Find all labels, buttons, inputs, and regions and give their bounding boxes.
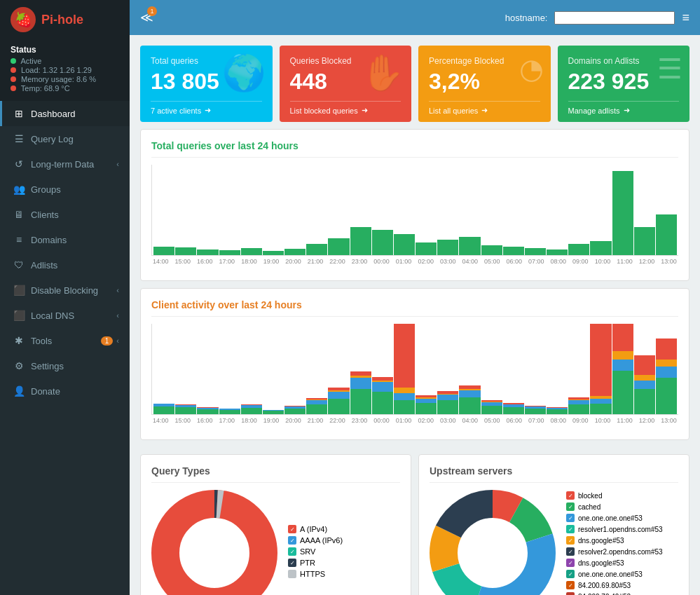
x-label-total-20: 10:00: [595, 258, 611, 265]
bar-total-5: [263, 251, 284, 255]
load-dot: [11, 67, 16, 73]
sidebar-item-local-dns[interactable]: ⬛ Local DNS ‹: [0, 303, 130, 328]
bar-total-12: [416, 242, 437, 255]
bar-group-client-19: [568, 324, 589, 414]
x-label-total-16: 06:00: [507, 258, 523, 265]
bar-group-client-1: [175, 324, 196, 414]
bar-total-9: [350, 227, 371, 255]
active-dot: [11, 58, 16, 64]
x-label-client-18: 08:00: [551, 417, 567, 424]
x-label-client-1: 15:00: [175, 417, 191, 424]
legend-item-one-one: ✓ one.one.one.one#53: [566, 514, 663, 522]
percentage-blocked-footer[interactable]: List all queries ➜: [429, 101, 540, 115]
legend-item-ipv4: ✓ A (IPv4): [288, 525, 343, 533]
total-queries-footer[interactable]: 7 active clients ➜: [151, 101, 262, 115]
legend-item-dns-google2: ✓ dns.google#53: [566, 559, 663, 567]
bar-group-total-20: [590, 165, 611, 255]
sidebar-item-settings[interactable]: ⚙ Settings: [0, 353, 130, 378]
sidebar-item-tools[interactable]: ✱ Tools 1 ‹: [0, 328, 130, 353]
bar-group-total-4: [241, 165, 262, 255]
bar-group-client-6: [284, 324, 306, 414]
legend-checkbox-https: [288, 570, 296, 578]
bar-group-total-2: [197, 165, 218, 255]
bar-total-13: [437, 240, 458, 255]
x-label-client-9: 23:00: [352, 417, 368, 424]
bar-group-client-5: [263, 324, 284, 414]
sidebar-toggle-button[interactable]: ≪ 1: [140, 10, 153, 25]
x-label-client-4: 18:00: [241, 417, 257, 424]
local-dns-icon: ⬛: [13, 310, 25, 321]
bar-group-client-4: [241, 324, 262, 414]
bar-group-total-5: [263, 165, 284, 255]
bar-group-total-19: [568, 165, 589, 255]
dashboard-icon: ⊞: [13, 108, 25, 119]
sidebar-item-clients[interactable]: 🖥 Clients: [0, 202, 130, 227]
percentage-blocked-icon: ◔: [519, 53, 544, 85]
charts-section: Total queries over last 24 hours 14:0015…: [130, 129, 700, 454]
sidebar-item-domains[interactable]: ≡ Domains: [0, 227, 130, 252]
sidebar-item-dashboard[interactable]: ⊞ Dashboard: [0, 101, 130, 126]
upstream-servers-box: Upstream servers ✓ blocked: [418, 454, 689, 595]
groups-icon: 👥: [13, 184, 25, 195]
bar-total-7: [306, 244, 327, 255]
bar-group-total-8: [328, 165, 349, 255]
chevron-tools-icon: ‹: [116, 336, 119, 345]
sidebar-item-long-term-data[interactable]: ↺ Long-term Data ‹: [0, 151, 130, 177]
query-types-legend: ✓ A (IPv4) ✓ AAAA (IPv6) ✓ SRV ✓ PTR: [288, 525, 343, 581]
summary-cards: Total queries 13 805 🌍 7 active clients …: [130, 35, 700, 129]
disable-blocking-icon: ⬛: [13, 285, 25, 296]
x-label-total-3: 17:00: [219, 258, 235, 265]
sidebar-item-disable-blocking[interactable]: ⬛ Disable Blocking ‹: [0, 278, 130, 303]
domains-icon: ≡: [13, 234, 25, 245]
bar-group-total-23: [656, 165, 677, 255]
client-activity-bar-chart: [151, 324, 678, 415]
bar-group-total-7: [306, 165, 327, 255]
hostname-input[interactable]: [554, 11, 675, 25]
bar-group-client-20: [590, 324, 611, 414]
legend-checkbox-ipv4: ✓: [288, 525, 296, 533]
queries-blocked-footer[interactable]: List blocked queries ➜: [290, 101, 402, 115]
sidebar-item-query-log[interactable]: ☰ Query Log: [0, 126, 130, 151]
total-queries-chart-title: Total queries over last 24 hours: [151, 140, 678, 158]
sidebar: 🍓 Pi-hole Status Active Load: 1.32 1.26 …: [0, 0, 130, 595]
sidebar-item-donate[interactable]: 👤 Donate: [0, 378, 130, 404]
bar-group-client-9: [350, 324, 371, 414]
bar-group-client-17: [525, 324, 546, 414]
bar-group-client-0: [153, 324, 174, 414]
client-activity-chart-title: Client activity over last 24 hours: [151, 299, 678, 317]
bar-total-19: [568, 244, 589, 255]
legend-item-84-70: ✓ 84.200.70.40#53: [566, 592, 663, 595]
query-types-content: ✓ A (IPv4) ✓ AAAA (IPv6) ✓ SRV ✓ PTR: [151, 490, 400, 595]
query-types-title: Query Types: [151, 465, 400, 483]
bar-total-8: [328, 238, 349, 255]
sidebar-item-groups[interactable]: 👥 Groups: [0, 177, 130, 202]
query-log-icon: ☰: [13, 133, 25, 144]
bar-group-client-2: [197, 324, 218, 414]
long-term-icon: ↺: [13, 158, 25, 170]
legend-checkbox-ipv6: ✓: [288, 536, 296, 545]
bar-group-total-13: [437, 165, 458, 255]
sidebar-item-adlists[interactable]: 🛡 Adlists: [0, 252, 130, 278]
x-label-client-5: 19:00: [263, 417, 280, 424]
bar-total-0: [153, 247, 174, 255]
x-label-client-2: 16:00: [197, 417, 213, 424]
topbar-menu-button[interactable]: ≡: [682, 11, 689, 25]
domains-adlists-footer[interactable]: Manage adlists ➜: [568, 101, 680, 115]
legend-checkbox-dns-google2: ✓: [566, 559, 575, 567]
svg-point-13: [465, 525, 521, 581]
bar-group-total-3: [219, 165, 240, 255]
bar-group-total-16: [503, 165, 524, 255]
total-x-axis: 14:0015:0016:0017:0018:0019:0020:0021:00…: [151, 256, 678, 265]
bar-total-10: [372, 230, 393, 255]
x-label-client-11: 01:00: [396, 417, 412, 424]
system-status: Status Active Load: 1.32 1.26 1.29 Memor…: [0, 39, 130, 101]
donate-icon: 👤: [13, 385, 25, 397]
x-label-client-16: 06:00: [507, 417, 523, 424]
settings-icon: ⚙: [13, 360, 25, 371]
legend-item-blocked: ✓ blocked: [566, 491, 663, 500]
bar-group-total-0: [153, 165, 174, 255]
x-label-total-2: 16:00: [197, 258, 213, 265]
memory-dot: [11, 76, 16, 82]
query-types-box: Query Types ✓ A (IPv4): [140, 454, 411, 595]
total-queries-bar-chart: [151, 165, 678, 256]
